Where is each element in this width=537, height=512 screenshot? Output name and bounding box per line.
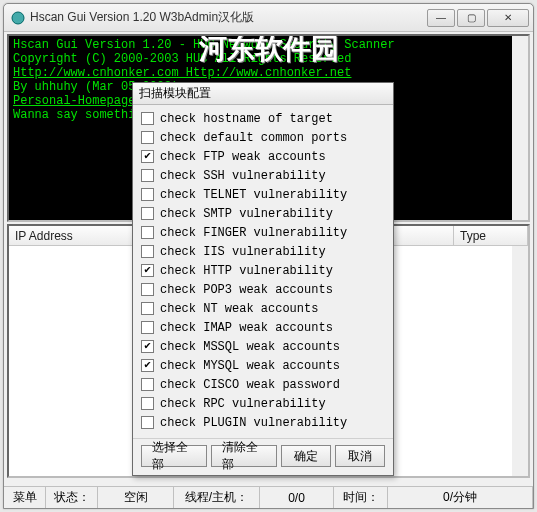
status-value: 空闲 [98, 487, 174, 508]
minimize-button[interactable]: — [427, 9, 455, 27]
checkbox-icon[interactable] [141, 169, 154, 182]
dialog-body: check hostname of targetcheck default co… [133, 105, 393, 438]
module-label: check RPC vulnerability [160, 397, 326, 411]
console-line: Hscan Gui Version 1.20 - HUC Network Sec… [13, 38, 524, 52]
checkbox-icon[interactable] [141, 150, 154, 163]
status-label: 状态： [46, 487, 98, 508]
svg-point-0 [12, 12, 24, 24]
checkbox-icon[interactable] [141, 378, 154, 391]
dialog-title[interactable]: 扫描模块配置 [133, 83, 393, 105]
module-label: check SMTP vulnerability [160, 207, 333, 221]
module-label: check MYSQL weak accounts [160, 359, 340, 373]
checkbox-icon[interactable] [141, 131, 154, 144]
checkbox-icon[interactable] [141, 264, 154, 277]
module-item[interactable]: check PLUGIN vulnerability [141, 413, 385, 432]
column-type[interactable]: Type [454, 226, 528, 245]
module-item[interactable]: check FTP weak accounts [141, 147, 385, 166]
module-item[interactable]: check MSSQL weak accounts [141, 337, 385, 356]
console-scrollbar[interactable] [512, 36, 528, 220]
checkbox-icon[interactable] [141, 188, 154, 201]
select-all-button[interactable]: 选择全部 [141, 445, 207, 467]
module-label: check POP3 weak accounts [160, 283, 333, 297]
column-ip[interactable]: IP Address [9, 226, 135, 245]
window-title: Hscan Gui Version 1.20 W3bAdmin汉化版 [30, 9, 427, 26]
module-label: check IMAP weak accounts [160, 321, 333, 335]
module-item[interactable]: check default common ports [141, 128, 385, 147]
console-line: Copyright (C) 2000-2003 HUC All Rights R… [13, 52, 524, 66]
module-label: check FTP weak accounts [160, 150, 326, 164]
checkbox-icon[interactable] [141, 359, 154, 372]
checkbox-icon[interactable] [141, 283, 154, 296]
checkbox-icon[interactable] [141, 112, 154, 125]
time-value: 0/分钟 [388, 487, 533, 508]
module-item[interactable]: check IIS vulnerability [141, 242, 385, 261]
module-label: check FINGER vulnerability [160, 226, 347, 240]
module-item[interactable]: check SMTP vulnerability [141, 204, 385, 223]
threads-value: 0/0 [260, 487, 334, 508]
checkbox-icon[interactable] [141, 397, 154, 410]
checkbox-icon[interactable] [141, 226, 154, 239]
list-scrollbar[interactable] [512, 246, 528, 476]
scan-module-dialog: 扫描模块配置 check hostname of targetcheck def… [132, 82, 394, 476]
module-label: check TELNET vulnerability [160, 188, 347, 202]
checkbox-icon[interactable] [141, 321, 154, 334]
app-icon [10, 10, 26, 26]
module-item[interactable]: check TELNET vulnerability [141, 185, 385, 204]
close-button[interactable]: ✕ [487, 9, 529, 27]
module-label: check HTTP vulnerability [160, 264, 333, 278]
titlebar[interactable]: Hscan Gui Version 1.20 W3bAdmin汉化版 — ▢ ✕ [4, 4, 533, 32]
status-bar: 菜单 状态： 空闲 线程/主机： 0/0 时间： 0/分钟 [4, 486, 533, 508]
module-label: check SSH vulnerability [160, 169, 326, 183]
module-item[interactable]: check POP3 weak accounts [141, 280, 385, 299]
module-item[interactable]: check hostname of target [141, 109, 385, 128]
clear-all-button[interactable]: 清除全部 [211, 445, 277, 467]
time-label: 时间： [334, 487, 388, 508]
module-item[interactable]: check FINGER vulnerability [141, 223, 385, 242]
module-item[interactable]: check HTTP vulnerability [141, 261, 385, 280]
cancel-button[interactable]: 取消 [335, 445, 385, 467]
module-item[interactable]: check NT weak accounts [141, 299, 385, 318]
module-item[interactable]: check MYSQL weak accounts [141, 356, 385, 375]
module-label: check IIS vulnerability [160, 245, 326, 259]
checkbox-icon[interactable] [141, 416, 154, 429]
menu-button[interactable]: 菜单 [4, 487, 46, 508]
checkbox-icon[interactable] [141, 207, 154, 220]
console-line: Http://www.cnhonker.com Http://www.cnhon… [13, 66, 524, 80]
ok-button[interactable]: 确定 [281, 445, 331, 467]
checkbox-icon[interactable] [141, 245, 154, 258]
module-item[interactable]: check RPC vulnerability [141, 394, 385, 413]
module-item[interactable]: check CISCO weak password [141, 375, 385, 394]
checkbox-icon[interactable] [141, 340, 154, 353]
threads-label: 线程/主机： [174, 487, 260, 508]
checkbox-icon[interactable] [141, 302, 154, 315]
module-item[interactable]: check IMAP weak accounts [141, 318, 385, 337]
module-label: check NT weak accounts [160, 302, 318, 316]
maximize-button[interactable]: ▢ [457, 9, 485, 27]
module-item[interactable]: check SSH vulnerability [141, 166, 385, 185]
module-label: check CISCO weak password [160, 378, 340, 392]
module-label: check default common ports [160, 131, 347, 145]
module-label: check hostname of target [160, 112, 333, 126]
module-label: check MSSQL weak accounts [160, 340, 340, 354]
module-label: check PLUGIN vulnerability [160, 416, 347, 430]
